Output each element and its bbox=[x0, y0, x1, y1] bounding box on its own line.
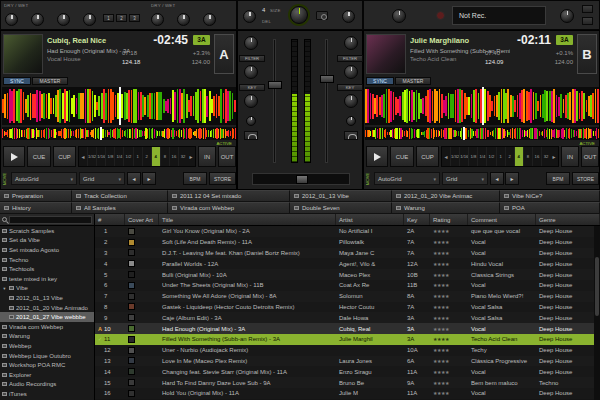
track-row-5[interactable]: 5Bulli (Original Mix) - 10AMaceo Plex10B… bbox=[95, 269, 600, 280]
track-row-10[interactable]: A10Had Enough (Original Mix) - 3ACubiq, … bbox=[95, 323, 600, 334]
deck-a-waveform[interactable] bbox=[2, 87, 236, 125]
track-row-3[interactable]: 3D.J.T. - Leaving Me feat. Khan (Daniel … bbox=[95, 248, 600, 259]
column-header-artist[interactable]: Artist bbox=[336, 214, 404, 225]
track-row-11[interactable]: ✓11Filled With Something (Subb-an Remix)… bbox=[95, 334, 600, 345]
fx-knob-3[interactable] bbox=[83, 13, 96, 26]
loop-size-16[interactable]: 16 bbox=[169, 147, 178, 166]
deck-a-play-button[interactable] bbox=[3, 146, 25, 167]
deck-b-loop-out-button[interactable]: OUT bbox=[581, 146, 599, 167]
column-header-cover-art[interactable]: Cover Art bbox=[125, 214, 159, 225]
deck-b-cue-button[interactable]: CUE bbox=[390, 146, 414, 167]
loop-size-1-32[interactable]: 1/32 bbox=[87, 147, 96, 166]
loop-size-1-4[interactable]: 1/4 bbox=[477, 147, 486, 166]
deck-a-filter-knob[interactable] bbox=[244, 65, 258, 79]
loop-size-1-8[interactable]: 1/8 bbox=[105, 147, 114, 166]
deck-a-master-button[interactable]: MASTER bbox=[32, 77, 68, 85]
deck-b-key-knob[interactable] bbox=[344, 94, 358, 108]
deck-b-move-right-button[interactable]: ► bbox=[505, 172, 519, 185]
deck-a-key-button[interactable]: KEY bbox=[239, 84, 265, 91]
sidebar-item-itunes[interactable]: iTunes bbox=[0, 389, 94, 399]
track-row-6[interactable]: 6Under The Sheets (Original Mix) - 11BCo… bbox=[95, 280, 600, 291]
master-drywet-knob[interactable] bbox=[243, 10, 256, 23]
track-row-12[interactable]: 12Uner - Nurbio (Audiojack Remix)10A★★★★… bbox=[95, 345, 600, 356]
sidebar-item-2012-01-27-vibe-webbbe[interactable]: 2012_01_27 Vibe webbbe bbox=[0, 312, 94, 322]
loop-size-2[interactable]: 2 bbox=[142, 147, 151, 166]
sidebar-item-explorer[interactable]: Explorer bbox=[0, 370, 94, 380]
tab-virada-com-webbep[interactable]: Virada com Webbep bbox=[168, 202, 290, 214]
tab-history[interactable]: History bbox=[0, 202, 72, 214]
booth-volume-knob[interactable] bbox=[342, 10, 355, 23]
sidebar-item-audio-recordings[interactable]: Audio Recordings bbox=[0, 380, 94, 390]
deck-b-cup-button[interactable]: CUP bbox=[416, 146, 439, 167]
track-row-9[interactable]: 9Caje (Album Edit) - 3ADale Howa3A★★★★Vo… bbox=[95, 312, 600, 323]
deck-b-gain-knob[interactable] bbox=[344, 36, 358, 50]
camera-icon[interactable] bbox=[316, 11, 328, 20]
tab-2012-01-13-vibe[interactable]: 2012_01_13 Vibe bbox=[290, 190, 392, 202]
deck-a-grid-mode-dropdown[interactable]: AutoGrid▾ bbox=[11, 172, 77, 185]
loop-size-32[interactable]: 32 bbox=[178, 147, 187, 166]
deck-a-volume-fader[interactable] bbox=[268, 39, 282, 163]
track-row-7[interactable]: 7Something We All Adore (Original Mix) -… bbox=[95, 291, 600, 302]
deck-b-headphone-cue-button[interactable] bbox=[344, 131, 358, 140]
crossfader-handle[interactable] bbox=[296, 175, 308, 184]
deck-a-grid-size-dropdown[interactable]: Grid▾ bbox=[79, 172, 125, 185]
search-input[interactable] bbox=[9, 216, 92, 224]
deck-a-pan-knob[interactable] bbox=[246, 116, 256, 126]
loop-shrink-icon[interactable]: ◄ bbox=[442, 147, 450, 166]
sidebar-item-set-da-vibe[interactable]: Set da Vibe bbox=[0, 236, 94, 246]
deck-a-move-left-button[interactable]: ◄ bbox=[127, 172, 141, 185]
deck-a-headphone-cue-button[interactable] bbox=[244, 131, 258, 140]
record-button[interactable] bbox=[436, 11, 445, 20]
loop-size-1[interactable]: 1 bbox=[133, 147, 142, 166]
tab-2012-01-20-vibe-animac[interactable]: 2012_01_20 Vibe Animac bbox=[392, 190, 500, 202]
deck-a-loop-out-button[interactable]: OUT bbox=[218, 146, 236, 167]
sidebar-item-webbep[interactable]: Webbep bbox=[0, 341, 94, 351]
deck-b-volume-fader[interactable] bbox=[320, 39, 334, 163]
sidebar-item-2012-01-20-vibe-animado[interactable]: 2012_01_20 Vibe Animado bbox=[0, 303, 94, 313]
tab-double-seven[interactable]: Double Seven bbox=[290, 202, 392, 214]
fx-button-1[interactable]: 1 bbox=[103, 14, 114, 22]
loop-size-8[interactable]: 8 bbox=[160, 147, 169, 166]
fx-button-3[interactable]: 3 bbox=[129, 14, 140, 22]
deck-b-sync-button[interactable]: SYNC bbox=[366, 77, 394, 85]
loop-size-8[interactable]: 8 bbox=[523, 147, 532, 166]
loop-size-1-4[interactable]: 1/4 bbox=[114, 147, 123, 166]
crossfader[interactable] bbox=[252, 173, 350, 185]
track-row-14[interactable]: 14Changing feat. Stevie Starr (Original … bbox=[95, 366, 600, 377]
loop-grow-icon[interactable]: ► bbox=[187, 147, 195, 166]
deck-b-waveform[interactable] bbox=[365, 87, 599, 125]
sidebar-item-techtools[interactable]: Techtools bbox=[0, 264, 94, 274]
track-list-scrollbar[interactable] bbox=[594, 226, 600, 400]
deck-a-stripe-overview[interactable] bbox=[2, 127, 236, 140]
track-row-13[interactable]: 13Love In Me (Maceo Plex Remix)Laura Jon… bbox=[95, 356, 600, 367]
tab-warung[interactable]: Warung bbox=[392, 202, 500, 214]
recorder-cut-button[interactable] bbox=[582, 5, 593, 13]
deck-a-cue-button[interactable]: CUE bbox=[27, 146, 51, 167]
loop-size-1-8[interactable]: 1/8 bbox=[468, 147, 477, 166]
deck-a-store-button[interactable]: STORE bbox=[209, 172, 236, 185]
deck-a-cup-button[interactable]: CUP bbox=[53, 146, 76, 167]
tab-2011-12-04-set-mixado[interactable]: 2011 12 04 Set mixado bbox=[168, 190, 290, 202]
deck-b-play-button[interactable] bbox=[366, 146, 388, 167]
tab-track-collection[interactable]: Track Collection bbox=[72, 190, 168, 202]
deck-b-store-button[interactable]: STORE bbox=[572, 172, 599, 185]
deck-b-bpm-button[interactable]: BPM bbox=[546, 172, 570, 185]
track-row-4[interactable]: 4Parallel Worlds - 12AAgent!, Vilo &12A★… bbox=[95, 258, 600, 269]
deck-b-master-button[interactable]: MASTER bbox=[395, 77, 431, 85]
deck-a-loop-in-button[interactable]: IN bbox=[198, 146, 216, 167]
sidebar-item-virada-com-webbep[interactable]: Virada com Webbep bbox=[0, 322, 94, 332]
track-row-2[interactable]: 2Soft (Life And Death Remix) - 11APillow… bbox=[95, 237, 600, 248]
deck-a-bpm-button[interactable]: BPM bbox=[183, 172, 207, 185]
fx-drywet-knob[interactable] bbox=[5, 13, 18, 26]
loop-size-16[interactable]: 16 bbox=[532, 147, 541, 166]
column-header-title[interactable]: Title bbox=[159, 214, 336, 225]
deck-a-key-knob[interactable] bbox=[244, 94, 258, 108]
deck-b-key-button[interactable]: KEY bbox=[337, 84, 363, 91]
deck-b-loop-in-button[interactable]: IN bbox=[561, 146, 579, 167]
sidebar-item-vibe[interactable]: ▾Vibe bbox=[0, 284, 94, 294]
loop-size-1[interactable]: 1 bbox=[496, 147, 505, 166]
fx2-knob-2[interactable] bbox=[203, 13, 216, 26]
deck-b-move-left-button[interactable]: ◄ bbox=[490, 172, 504, 185]
track-row-16[interactable]: 16Hold You (Original Mix) - 11AJulie M11… bbox=[95, 388, 600, 399]
sidebar-item-warung[interactable]: Warung bbox=[0, 332, 94, 342]
